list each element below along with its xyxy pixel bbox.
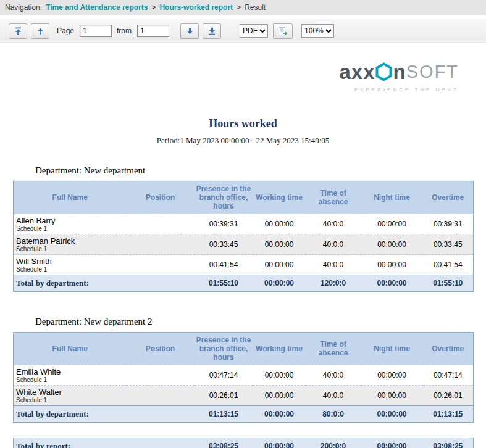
presence-total-cell: 01:55:10 bbox=[195, 275, 253, 292]
report-page: axx n SOFT EXPERIENCE THE NEXT Hours wor… bbox=[0, 62, 486, 448]
table-row: White Walter Schedule 1 00:26:01 00:00:0… bbox=[14, 386, 474, 406]
department-heading: Department: New department bbox=[35, 165, 486, 176]
department-total-label: Total by department: bbox=[14, 275, 195, 292]
table-row: Allen Barry Schedule 1 00:39:31 00:00:00… bbox=[14, 214, 474, 234]
column-header-working-time: Working time bbox=[253, 333, 306, 365]
column-header-full-name: Full Name bbox=[14, 333, 127, 365]
absence-cell: 40:0:0 bbox=[306, 214, 361, 234]
page-label: Page bbox=[57, 27, 74, 35]
night-time-total-cell: 00:00:00 bbox=[361, 275, 423, 292]
presence-cell: 00:41:54 bbox=[195, 255, 253, 275]
overtime-cell: 00:41:54 bbox=[423, 255, 474, 275]
logo-text-axx: axx bbox=[339, 62, 375, 82]
first-page-button[interactable] bbox=[9, 23, 27, 39]
employee-name: White Walter bbox=[16, 388, 124, 397]
employee-name: Allen Barry bbox=[16, 216, 124, 225]
night-time-cell: 00:00:00 bbox=[361, 214, 423, 234]
arrow-up-icon bbox=[36, 27, 44, 35]
employee-cell: Will Smith Schedule 1 bbox=[14, 255, 127, 275]
column-header-full-name: Full Name bbox=[14, 181, 127, 214]
column-header-night-time: Night time bbox=[361, 333, 423, 365]
report-total-label: Total by report: bbox=[14, 438, 195, 448]
employee-schedule: Schedule 1 bbox=[16, 397, 124, 404]
column-header-position: Position bbox=[127, 333, 195, 365]
page-input[interactable] bbox=[80, 25, 112, 37]
night-time-cell: 00:00:00 bbox=[361, 255, 423, 275]
table-row: Bateman Patrick Schedule 1 00:33:45 00:0… bbox=[14, 234, 474, 255]
report-total-row: Total by report: 03:08:25 00:00:00 200:0… bbox=[14, 438, 474, 448]
absence-cell: 40:0:0 bbox=[306, 255, 361, 275]
department-total-row: Total by department: 01:55:10 00:00:00 1… bbox=[14, 275, 474, 292]
arrow-up-to-line-icon bbox=[14, 27, 22, 35]
export-button[interactable] bbox=[273, 23, 293, 39]
working-time-cell: 00:00:00 bbox=[253, 365, 306, 386]
report-toolbar: Page from PDF 100% bbox=[0, 19, 486, 43]
breadcrumb-separator: > bbox=[151, 3, 156, 12]
overtime-cell: 00:26:01 bbox=[423, 386, 474, 406]
breadcrumb-link-hours-worked-report[interactable]: Hours-worked report bbox=[159, 3, 233, 12]
working-time-total-cell: 00:00:00 bbox=[253, 406, 306, 423]
absence-cell: 40:0:0 bbox=[306, 365, 361, 386]
navigation-bar: Navigation: Time and Attendance reports … bbox=[0, 0, 486, 15]
position-cell bbox=[127, 255, 195, 275]
department-heading: Department: New department 2 bbox=[35, 317, 486, 327]
axxonsoft-wordmark: axx n SOFT bbox=[339, 62, 459, 82]
logo-text-n: n bbox=[393, 62, 406, 82]
breadcrumb-current: Result bbox=[245, 3, 266, 12]
night-time-total-cell: 00:00:00 bbox=[361, 438, 423, 448]
overtime-total-cell: 03:08:25 bbox=[423, 438, 474, 448]
working-time-cell: 00:00:00 bbox=[253, 214, 306, 234]
last-page-button[interactable] bbox=[203, 23, 221, 39]
absence-total-cell: 80:0:0 bbox=[306, 406, 361, 423]
zoom-select[interactable]: 100% bbox=[301, 24, 334, 38]
employee-cell: Bateman Patrick Schedule 1 bbox=[14, 234, 127, 255]
column-header-time-of-absence: Time of absence bbox=[306, 333, 361, 365]
presence-total-cell: 01:13:15 bbox=[195, 406, 253, 423]
arrow-down-icon bbox=[186, 27, 194, 35]
employee-name: Emilia White bbox=[16, 367, 124, 376]
department-total-row: Total by department: 01:13:15 00:00:00 8… bbox=[14, 406, 474, 423]
position-cell bbox=[127, 386, 195, 406]
department-table-2: Full Name Position Presence in the branc… bbox=[13, 332, 474, 423]
absence-cell: 40:0:0 bbox=[306, 386, 361, 406]
department-table-1: Full Name Position Presence in the branc… bbox=[13, 181, 474, 292]
arrow-down-to-line-icon bbox=[208, 27, 216, 35]
presence-cell: 00:39:31 bbox=[195, 214, 253, 234]
table-header-row: Full Name Position Presence in the branc… bbox=[14, 181, 474, 214]
working-time-cell: 00:00:00 bbox=[253, 386, 306, 406]
overtime-total-cell: 01:55:10 bbox=[423, 275, 474, 292]
table-header-row: Full Name Position Presence in the branc… bbox=[14, 333, 474, 365]
employee-schedule: Schedule 1 bbox=[16, 376, 124, 383]
absence-total-cell: 120:0:0 bbox=[306, 275, 361, 292]
presence-cell: 00:33:45 bbox=[195, 234, 253, 255]
logo-tagline: EXPERIENCE THE NEXT bbox=[354, 87, 459, 93]
report-period: Period:1 May 2023 00:00:00 - 22 May 2023… bbox=[0, 136, 486, 146]
working-time-cell: 00:00:00 bbox=[253, 234, 306, 255]
working-time-total-cell: 00:00:00 bbox=[253, 275, 306, 292]
column-header-overtime: Overtime bbox=[423, 181, 474, 214]
overtime-total-cell: 01:13:15 bbox=[423, 406, 474, 423]
next-page-button[interactable] bbox=[180, 23, 199, 39]
hexagon-o-icon bbox=[375, 62, 392, 81]
column-header-night-time: Night time bbox=[361, 181, 423, 214]
report-total-table: Total by report: 03:08:25 00:00:00 200:0… bbox=[13, 438, 474, 448]
overtime-cell: 00:47:14 bbox=[423, 365, 474, 386]
export-format-select[interactable]: PDF bbox=[240, 24, 268, 38]
working-time-cell: 00:00:00 bbox=[253, 255, 306, 275]
employee-name: Will Smith bbox=[16, 257, 124, 266]
night-time-cell: 00:00:00 bbox=[361, 234, 423, 255]
presence-cell: 00:47:14 bbox=[195, 365, 253, 386]
prev-page-button[interactable] bbox=[31, 23, 49, 39]
axxonsoft-logo: axx n SOFT EXPERIENCE THE NEXT bbox=[0, 62, 459, 93]
employee-schedule: Schedule 1 bbox=[16, 225, 124, 232]
breadcrumb-link-time-attendance-reports[interactable]: Time and Attendance reports bbox=[46, 3, 148, 12]
department-total-label: Total by department: bbox=[14, 406, 195, 423]
total-pages-input[interactable] bbox=[137, 25, 169, 37]
column-header-time-of-absence: Time of absence bbox=[306, 181, 361, 214]
position-cell bbox=[127, 365, 195, 386]
from-label: from bbox=[117, 27, 132, 35]
employee-schedule: Schedule 1 bbox=[16, 266, 124, 273]
export-report-icon bbox=[278, 27, 288, 36]
working-time-total-cell: 00:00:00 bbox=[253, 438, 306, 448]
presence-total-cell: 03:08:25 bbox=[195, 438, 253, 448]
